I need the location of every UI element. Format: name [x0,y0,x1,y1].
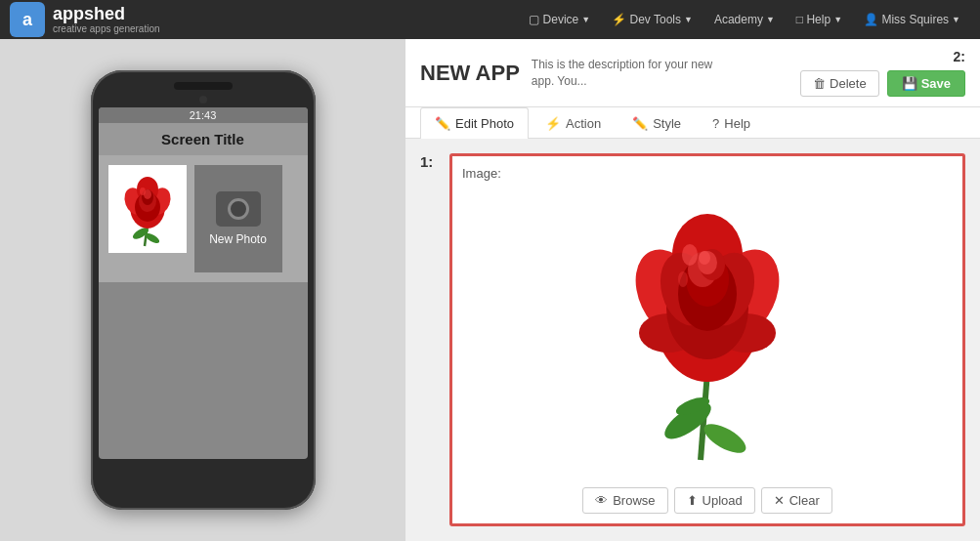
app-title: NEW APP [420,61,520,86]
phone-time: 21:43 [190,109,217,121]
academy-caret: ▼ [766,15,775,24]
tab-action-label: Action [566,116,601,131]
logo-name: appshed [53,5,160,24]
nav-academy[interactable]: Academy ▼ [704,7,785,32]
camera-icon [216,191,261,227]
svg-point-32 [678,271,688,287]
action-icon: ⚡ [545,116,561,131]
nav-device[interactable]: ▢ Device ▼ [519,7,600,32]
tab-help-label: Help [724,116,750,131]
tab-style[interactable]: ✏️ Style [618,107,696,139]
logo-area: a appshed creative apps generation [10,2,160,37]
times-icon: ✕ [774,493,785,508]
new-photo-label: New Photo [209,232,267,246]
tab-action[interactable]: ⚡ Action [531,107,616,139]
save-button[interactable]: 💾 Save [887,70,965,97]
phone-screen-title: Screen Title [99,123,308,155]
eye-icon: 👁 [595,493,608,508]
logo-icon: a [10,2,45,37]
image-actions: 👁 Browse ⬆ Upload ✕ Clear [462,478,953,514]
app-header: NEW APP This is the description for your… [405,39,980,107]
edit-photo-content: 1: Image: [405,139,980,541]
nav-user[interactable]: 👤 Miss Squires ▼ [854,7,970,32]
trash-icon: 🗑 [813,76,826,91]
app-description: This is the description for your new app… [532,57,727,90]
right-panel: NEW APP This is the description for your… [405,39,980,541]
help-caret: ▼ [833,15,842,24]
nav-help[interactable]: □ Help ▼ [787,7,852,32]
phone-frame: 21:43 Screen Title [91,70,316,510]
upload-icon: ⬆ [687,493,698,508]
header-actions: 2: 🗑 Delete 💾 Save [800,49,965,97]
logo-letter: a [22,10,32,30]
tabs-bar: ✏️ Edit Photo ⚡ Action ✏️ Style ? Help [405,107,980,139]
user-caret: ▼ [952,15,960,24]
step1-label: 1: [420,153,440,526]
main-area: 21:43 Screen Title [0,39,980,541]
rose-image-svg [610,196,805,470]
clear-button[interactable]: ✕ Clear [761,487,832,514]
tab-edit-photo-label: Edit Photo [455,116,514,131]
edit-photo-icon: ✏️ [435,116,450,131]
phone-content: New Photo [99,155,308,282]
help-icon: ? [712,116,719,131]
phone-new-photo: New Photo [194,165,282,272]
nav-items: ▢ Device ▼ ⚡ Dev Tools ▼ Academy ▼ □ Hel… [519,7,970,32]
browse-button[interactable]: 👁 Browse [582,487,667,514]
phone-screen: 21:43 Screen Title [99,107,308,459]
phone-status-bar: 21:43 [99,107,308,123]
image-display [462,188,953,478]
upload-button[interactable]: ⬆ Upload [674,487,755,514]
rose-mini-svg [113,170,182,248]
image-label: Image: [462,166,953,181]
svg-point-30 [699,251,710,265]
tab-help[interactable]: ? Help [698,107,765,139]
phone-speaker [174,82,233,90]
logo-tagline: creative apps generation [53,23,160,34]
tab-edit-photo[interactable]: ✏️ Edit Photo [420,107,529,139]
phone-section: 21:43 Screen Title [0,39,405,541]
svg-point-11 [140,187,146,195]
phone-camera [199,96,207,104]
logo-text: appshed creative apps generation [53,5,160,35]
phone-rose-image [108,165,187,253]
tab-style-label: Style [653,116,681,131]
camera-lens [228,198,249,220]
device-caret: ▼ [581,15,590,24]
action-buttons: 🗑 Delete 💾 Save [800,70,965,97]
devtools-caret: ▼ [684,15,693,24]
svg-point-31 [682,244,698,266]
svg-point-14 [700,418,750,458]
nav-devtools[interactable]: ⚡ Dev Tools ▼ [602,7,703,32]
delete-button[interactable]: 🗑 Delete [800,70,879,97]
save-icon: 💾 [902,76,917,91]
image-panel: Image: [449,153,965,526]
style-icon: ✏️ [632,116,648,131]
step2-label: 2: [954,49,965,64]
navbar: a appshed creative apps generation ▢ Dev… [0,0,980,39]
